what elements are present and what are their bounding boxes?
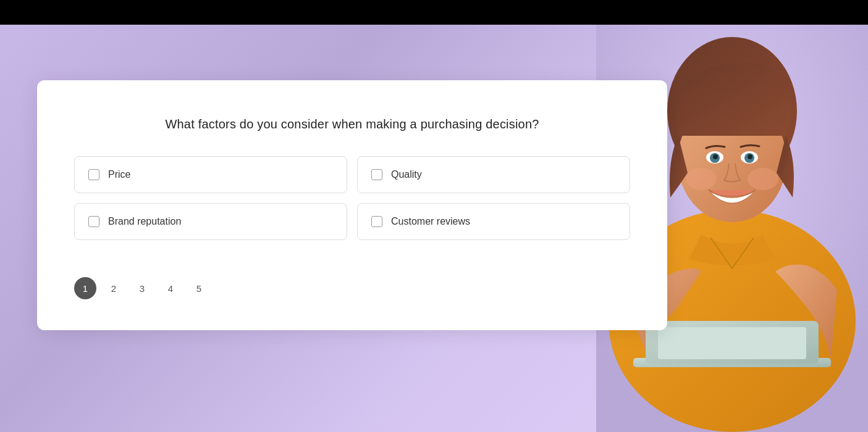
black-bar xyxy=(0,0,868,25)
options-grid: Price Quality Brand reputation Customer … xyxy=(74,156,630,240)
option-quality-label: Quality xyxy=(391,169,422,180)
option-brand-reputation[interactable]: Brand reputation xyxy=(74,203,347,240)
checkbox-brand-reputation[interactable] xyxy=(88,216,99,227)
page-3-button[interactable]: 3 xyxy=(131,277,153,299)
page-2-button[interactable]: 2 xyxy=(103,277,125,299)
option-price[interactable]: Price xyxy=(74,156,347,193)
survey-card: What factors do you consider when making… xyxy=(37,80,667,330)
svg-point-9 xyxy=(713,154,718,159)
option-brand-reputation-label: Brand reputation xyxy=(108,216,181,227)
option-customer-reviews[interactable]: Customer reviews xyxy=(357,203,630,240)
option-quality[interactable]: Quality xyxy=(357,156,630,193)
option-customer-reviews-label: Customer reviews xyxy=(391,216,470,227)
svg-point-10 xyxy=(748,154,752,159)
pagination: 1 2 3 4 5 xyxy=(74,277,630,299)
page-5-button[interactable]: 5 xyxy=(188,277,210,299)
svg-rect-15 xyxy=(658,327,806,359)
option-price-label: Price xyxy=(108,169,130,180)
page-4-button[interactable]: 4 xyxy=(159,277,182,299)
svg-point-11 xyxy=(686,168,717,190)
checkbox-customer-reviews[interactable] xyxy=(371,216,382,227)
page-1-button[interactable]: 1 xyxy=(74,277,96,299)
svg-point-12 xyxy=(748,168,778,190)
checkbox-quality[interactable] xyxy=(371,169,382,180)
survey-question: What factors do you consider when making… xyxy=(74,117,630,131)
checkbox-price[interactable] xyxy=(88,169,99,180)
